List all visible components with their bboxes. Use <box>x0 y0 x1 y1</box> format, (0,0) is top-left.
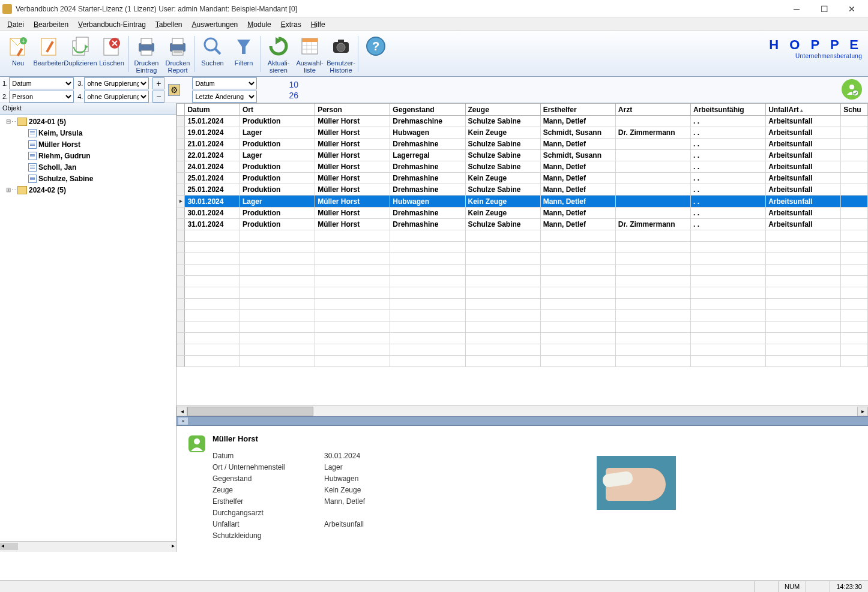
tree-item[interactable]: Müller Horst <box>0 139 176 150</box>
group-select-1[interactable]: Datum <box>9 77 74 89</box>
details-collapse-bar: « <box>176 416 868 426</box>
folder-icon <box>17 186 27 194</box>
toolbar-drucken-eintrag[interactable]: Drucken Eintrag <box>131 32 162 76</box>
close-button[interactable]: ✕ <box>838 0 866 18</box>
toolbar-help[interactable]: ? <box>360 32 391 76</box>
toolbar-aktualisieren[interactable]: Aktuali- sieren <box>263 32 294 76</box>
collapse-details-button[interactable]: « <box>178 417 188 425</box>
col-schutz[interactable]: Schu <box>841 104 868 116</box>
group-select-3[interactable]: ohne Gruppierung <box>84 77 149 89</box>
group-select-2[interactable]: Person <box>9 91 74 103</box>
person-avatar-icon <box>188 435 205 452</box>
tree-item[interactable]: Riehm, Gudrun <box>0 150 176 161</box>
menu-hilfe[interactable]: Hilfe <box>306 19 330 30</box>
scroll-left[interactable]: ◂ <box>176 407 187 416</box>
expand-icon[interactable]: ⊞ <box>5 187 12 193</box>
data-grid[interactable]: Datum Ort Person Gegenstand Zeuge Ersthe… <box>176 103 868 405</box>
col-arzt[interactable]: Arzt <box>615 104 690 116</box>
tree-node-2024-01[interactable]: ⊟2024-01 (5) <box>0 116 176 127</box>
active-user-icon[interactable] <box>842 79 862 100</box>
svg-text:+: + <box>22 38 25 44</box>
detail-name: Müller Horst <box>212 434 477 443</box>
svg-rect-7 <box>76 37 88 52</box>
document-icon <box>28 163 37 172</box>
table-row[interactable]: 25.01.2024ProduktionMüller HorstDrehmash… <box>177 173 868 184</box>
table-row[interactable]: 24.01.2024ProduktionMüller HorstDrehmash… <box>177 161 868 173</box>
svg-point-34 <box>849 85 854 89</box>
table-row-empty <box>177 265 868 276</box>
svg-rect-12 <box>141 38 152 44</box>
table-row[interactable]: 22.01.2024LagerMüller HorstLagerregalSch… <box>177 150 868 161</box>
collapse-icon[interactable]: ⊟ <box>5 118 12 125</box>
table-row[interactable]: 31.01.2024ProduktionMüller HorstDrehmash… <box>177 219 868 230</box>
folder-icon <box>17 118 27 126</box>
brand-logo: H O P P E Unternehmensberatung <box>769 37 862 59</box>
svg-rect-15 <box>172 38 183 44</box>
menu-datei[interactable]: Datei <box>2 19 29 30</box>
menu-auswertungen[interactable]: Auswertungen <box>187 19 243 30</box>
status-scroll <box>806 581 830 592</box>
sort-select-1[interactable]: Datum <box>192 77 257 89</box>
grouping-bar: 1.Datum 2.Person 3.ohne Gruppierung 4.oh… <box>0 77 868 103</box>
toolbar-separator <box>261 36 262 72</box>
remove-group-button[interactable]: − <box>152 91 164 103</box>
table-row-empty <box>177 242 868 253</box>
toolbar-neu[interactable]: +Neu <box>2 32 34 76</box>
row-header-col <box>177 104 185 116</box>
minimize-button[interactable]: ─ <box>783 0 810 18</box>
app-icon <box>2 4 12 14</box>
tree-node-2024-02[interactable]: ⊞2024-02 (5) <box>0 184 176 196</box>
toolbar-filtern[interactable]: Filtern <box>228 32 259 76</box>
col-zeuge[interactable]: Zeuge <box>465 104 540 116</box>
tree-item[interactable]: Keim, Ursula <box>0 127 176 139</box>
add-group-button[interactable]: + <box>152 77 164 89</box>
menu-bearbeiten[interactable]: Bearbeiten <box>29 19 73 30</box>
tree-item[interactable]: Scholl, Jan <box>0 161 176 173</box>
menu-tabellen[interactable]: Tabellen <box>151 19 187 30</box>
svg-text:?: ? <box>372 40 379 53</box>
menu-module[interactable]: Module <box>243 19 276 30</box>
toolbar-duplizieren[interactable]: Duplizieren <box>65 32 96 76</box>
toolbar-suchen[interactable]: Suchen <box>197 32 228 76</box>
group-select-4[interactable]: ohne Gruppierung <box>84 91 149 103</box>
document-icon <box>28 140 37 149</box>
grid-hscroll[interactable]: ◂ ▸ <box>176 405 868 416</box>
col-gegenstand[interactable]: Gegenstand <box>390 104 465 116</box>
table-row[interactable]: 19.01.2024LagerMüller HorstHubwagenKein … <box>177 127 868 139</box>
col-arbeitsunfaehig[interactable]: Arbeitsunfähig <box>690 104 765 116</box>
toolbar-auswahlliste[interactable]: Auswahl- liste <box>294 32 325 76</box>
apply-group-button[interactable]: ⚙ <box>168 84 180 96</box>
detail-unfallart: Arbeitsunfall <box>324 520 364 531</box>
col-ort[interactable]: Ort <box>240 104 315 116</box>
table-row[interactable]: 21.01.2024ProduktionMüller HorstDrehmash… <box>177 139 868 150</box>
maximize-button[interactable]: ☐ <box>810 0 838 18</box>
table-row-empty <box>177 276 868 287</box>
col-unfallart[interactable]: UnfallArt <box>766 104 841 116</box>
col-ersthelfer[interactable]: Ersthelfer <box>540 104 615 116</box>
svg-rect-13 <box>141 50 152 55</box>
tree[interactable]: ⊟2024-01 (5) Keim, Ursula Müller Horst R… <box>0 115 176 541</box>
menu-extras[interactable]: Extras <box>276 19 306 30</box>
col-person[interactable]: Person <box>315 104 390 116</box>
details-panel: Müller Horst Datum30.01.2024 Ort / Unter… <box>176 426 868 552</box>
col-datum[interactable]: Datum <box>185 104 240 116</box>
scroll-right[interactable]: ▸ <box>857 407 868 416</box>
tree-item[interactable]: Schulze, Sabine <box>0 173 176 184</box>
menu-verbandbuch[interactable]: Verbandbuch-Eintrag <box>73 19 151 30</box>
tree-hscroll[interactable]: ◂▸ <box>0 541 176 552</box>
status-caps <box>754 581 778 592</box>
svg-marker-21 <box>237 40 250 54</box>
document-icon <box>28 129 37 137</box>
toolbar-bearbeiten[interactable]: Bearbeiten <box>34 32 65 76</box>
table-row[interactable]: 30.01.2024ProduktionMüller HorstDrehmash… <box>177 208 868 219</box>
sort-select-2[interactable]: Letzte Änderung <box>192 91 257 103</box>
svg-point-36 <box>194 438 200 444</box>
toolbar-drucken-report[interactable]: Drucken Report <box>162 32 193 76</box>
table-row[interactable]: 30.01.2024LagerMüller HorstHubwagenKein … <box>177 196 868 208</box>
scroll-thumb[interactable] <box>187 407 313 416</box>
table-row[interactable]: 15.01.2024ProduktionMüller HorstDrehmasc… <box>177 116 868 127</box>
toolbar-benutzerhistorie[interactable]: Benutzer- Historie <box>325 32 357 76</box>
grid-pane: Datum Ort Person Gegenstand Zeuge Ersthe… <box>176 103 868 552</box>
table-row[interactable]: 25.01.2024ProduktionMüller HorstDrehmash… <box>177 184 868 196</box>
toolbar-loeschen[interactable]: Löschen <box>96 32 127 76</box>
